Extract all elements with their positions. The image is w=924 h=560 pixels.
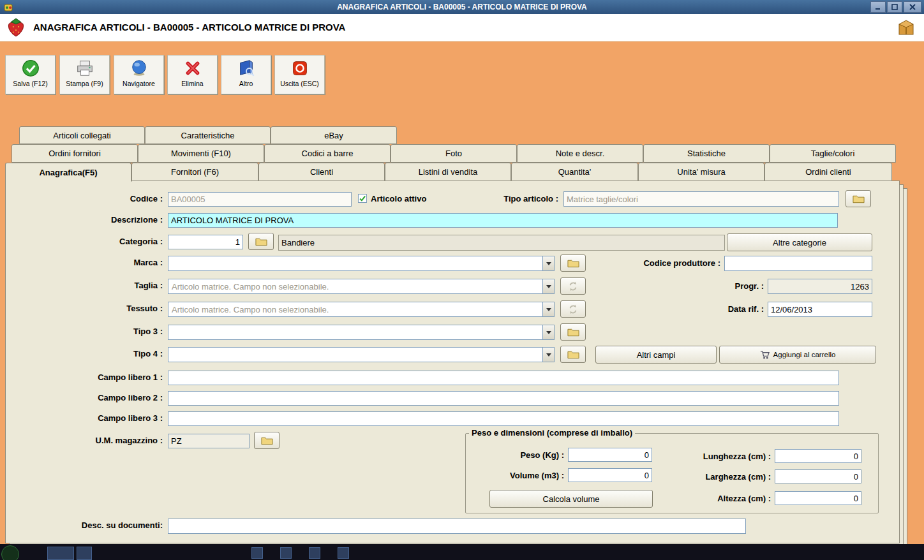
codice-field[interactable]: [168, 192, 352, 207]
tab-row-middle: Ordini fornitori Movimenti (F10) Codici …: [11, 144, 897, 163]
progr-field: [768, 279, 872, 294]
larghezza-field[interactable]: [775, 469, 861, 483]
taskbar-item[interactable]: [77, 547, 92, 560]
campo-libero-1-field[interactable]: [168, 371, 839, 385]
tab-ebay[interactable]: eBay: [271, 126, 397, 144]
tab-taglie-colori[interactable]: Taglie/colori: [770, 144, 896, 163]
tab-articoli-collegati[interactable]: Articoli collegati: [19, 126, 145, 144]
dropdown-arrow-icon: [542, 348, 554, 362]
elimina-label: Elimina: [181, 80, 203, 87]
tab-listini-di-vendita[interactable]: Listini di vendita: [385, 163, 511, 181]
delete-x-icon: [183, 59, 202, 78]
taskbar-item[interactable]: [338, 547, 349, 559]
codice-produttore-field[interactable]: [724, 256, 872, 271]
close-button[interactable]: [904, 1, 921, 13]
refresh-icon: [567, 304, 579, 315]
checkmark-icon: [359, 195, 366, 202]
printer-icon: [75, 59, 94, 78]
stampa-button[interactable]: Stampa (F9): [59, 55, 110, 94]
start-orb[interactable]: [1, 545, 19, 560]
tipo3-combo[interactable]: [168, 325, 555, 340]
cart-icon: [760, 350, 770, 360]
taskbar-item[interactable]: [280, 547, 292, 559]
peso-field[interactable]: [568, 448, 652, 462]
marca-folder-button[interactable]: [560, 254, 586, 272]
uscita-button[interactable]: Uscita (ESC): [274, 55, 325, 94]
categoria-label: Categoria :: [6, 237, 163, 246]
dropdown-arrow-icon: [542, 256, 554, 270]
taskbar-item[interactable]: [309, 547, 320, 559]
tab-unita-misura[interactable]: Unita' misura: [638, 163, 764, 181]
categoria-folder-button[interactable]: [248, 233, 274, 250]
tipo-articolo-folder-button[interactable]: [846, 190, 871, 207]
tab-note-e-descr[interactable]: Note e descr.: [517, 144, 643, 163]
minimize-icon: [875, 4, 881, 10]
tipo4-folder-button[interactable]: [560, 346, 586, 363]
folder-icon: [261, 436, 273, 445]
folder-icon: [567, 328, 579, 337]
categoria-code-field[interactable]: [168, 235, 243, 249]
navigatore-button[interactable]: Navigatore: [114, 55, 164, 94]
data-rif-label: Data rif. :: [644, 304, 764, 314]
folder-icon: [853, 195, 865, 203]
tipo3-folder-button[interactable]: [560, 323, 586, 341]
tab-foto[interactable]: Foto: [391, 144, 517, 163]
maximize-button[interactable]: [887, 1, 902, 13]
tab-row-top: Articoli collegati Caratteristiche eBay: [19, 126, 399, 144]
um-magazzino-label: U.M. magazzino :: [6, 436, 163, 445]
taskbar-item[interactable]: [251, 547, 263, 559]
window-title: ANAGRAFICA ARTICOLI - BA00005 - ARTICOLO…: [0, 3, 924, 11]
tipo-articolo-field[interactable]: [563, 191, 839, 207]
tab-movimenti[interactable]: Movimenti (F10): [138, 144, 264, 163]
volume-field[interactable]: [568, 468, 652, 482]
calcola-volume-button[interactable]: Calcola volume: [489, 490, 653, 508]
descrizione-label: Descrizione :: [6, 215, 163, 225]
tab-codici-a-barre[interactable]: Codici a barre: [264, 144, 391, 163]
altro-book-icon: [237, 59, 256, 78]
tab-caratteristiche[interactable]: Caratteristiche: [145, 126, 271, 144]
minimize-button[interactable]: [870, 1, 886, 13]
data-rif-field[interactable]: [768, 302, 872, 317]
campo-libero-3-field[interactable]: [168, 411, 839, 426]
uscita-label: Uscita (ESC): [280, 80, 319, 87]
lunghezza-field[interactable]: [775, 449, 861, 463]
tessuto-label: Tessuto :: [6, 304, 163, 313]
package-icon[interactable]: [896, 17, 916, 38]
tab-statistiche[interactable]: Statistiche: [643, 144, 770, 163]
refresh-icon: [567, 281, 579, 292]
larghezza-label: Larghezza (cm) :: [657, 472, 771, 482]
articolo-attivo-checkbox[interactable]: [358, 194, 367, 203]
taskbar-item[interactable]: [47, 547, 74, 560]
campo-libero-2-field[interactable]: [168, 391, 839, 406]
folder-icon: [567, 350, 579, 359]
campo-libero-1-label: Campo libero 1 :: [6, 372, 163, 382]
um-magazzino-folder-button[interactable]: [254, 432, 279, 449]
exit-power-icon: [290, 59, 309, 78]
tab-row-bottom: Anagrafica(F5) Fornitori (F6) Clienti Li…: [5, 163, 892, 182]
tab-ordini-clienti[interactable]: Ordini clienti: [764, 163, 892, 181]
tab-clienti[interactable]: Clienti: [258, 163, 385, 181]
altezza-field[interactable]: [775, 491, 861, 505]
marca-combo[interactable]: [168, 256, 555, 271]
tab-ordini-fornitori[interactable]: Ordini fornitori: [11, 144, 138, 163]
folder-icon: [567, 259, 579, 268]
altri-campi-button[interactable]: Altri campi: [595, 346, 717, 364]
close-icon: [909, 4, 916, 10]
altre-categorie-button[interactable]: Altre categorie: [727, 233, 872, 251]
altro-button[interactable]: Altro: [221, 55, 271, 94]
tipo4-combo[interactable]: [168, 347, 555, 362]
um-magazzino-field[interactable]: [168, 434, 250, 448]
elimina-button[interactable]: Elimina: [167, 55, 218, 94]
desc-documenti-field[interactable]: [168, 519, 746, 534]
titlebar: ANAGRAFICA ARTICOLI - BA00005 - ARTICOLO…: [0, 0, 924, 14]
salva-button[interactable]: Salva (F12): [5, 55, 56, 94]
tessuto-refresh-button: [560, 300, 586, 318]
tab-fornitori[interactable]: Fornitori (F6): [131, 163, 258, 181]
descrizione-field[interactable]: [168, 213, 838, 228]
tab-anagrafica-active[interactable]: Anagrafica(F5): [5, 163, 131, 182]
desc-documenti-label: Desc. su documenti:: [6, 520, 163, 530]
tab-quantita[interactable]: Quantita': [511, 163, 638, 181]
maximize-icon: [891, 4, 898, 10]
salva-label: Salva (F12): [13, 80, 47, 87]
aggiungi-al-carrello-button[interactable]: Aggiungi al carrello: [719, 346, 876, 364]
